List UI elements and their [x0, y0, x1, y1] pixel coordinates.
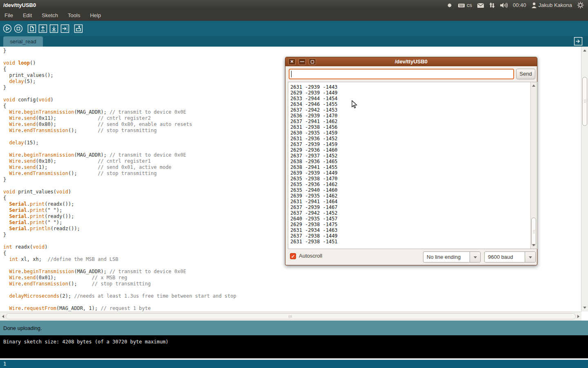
build-console: Binary sketch size: 4208 bytes (of a 307… — [0, 335, 588, 359]
menu-tools[interactable]: Tools — [63, 10, 85, 21]
scroll-up-arrow-icon[interactable] — [532, 85, 535, 87]
serial-monitor-footer: ✓ Autoscroll No line ending 9600 baud — [285, 251, 537, 263]
console-output: Binary sketch size: 4208 bytes (of a 307… — [3, 339, 169, 345]
code-line: Wire.beginTransmission(MAG_ADDR); // tra… — [3, 269, 581, 275]
editor-vscrollbar[interactable] — [581, 47, 588, 312]
mail-indicator-icon[interactable] — [477, 2, 484, 8]
minimize-icon[interactable]: — — [298, 58, 306, 65]
menubar: FileEditSketchToolsHelp — [0, 10, 588, 21]
mouse-cursor-icon — [352, 100, 358, 110]
code-line: } — [3, 48, 581, 54]
editor-hscroll-thumb[interactable] — [6, 313, 576, 319]
clock-text: 00:40 — [513, 2, 526, 8]
user-indicator[interactable]: Jakub Kakona — [531, 2, 572, 9]
code-line: Wire.endTransmission(); // stop transmit… — [3, 281, 581, 287]
text-caret — [291, 71, 292, 77]
open-sketch-button[interactable] — [38, 24, 47, 33]
editor-hscrollbar[interactable] — [0, 312, 581, 321]
line-ending-value: No line ending — [427, 252, 461, 262]
code-line: Wire.send(0x01); // x MSB reg — [3, 275, 581, 281]
status-message: Done uploading. — [3, 325, 42, 331]
code-line — [3, 299, 581, 305]
status-bar: Done uploading. — [0, 321, 588, 335]
serial-output-scrollbar[interactable] — [530, 82, 537, 249]
stop-button[interactable] — [14, 24, 23, 33]
tab-serial-read[interactable]: serial_read — [3, 36, 43, 47]
line-number-strip: 1 — [0, 360, 588, 368]
tabbar: serial_read — [0, 36, 588, 47]
serial-monitor-titlebar[interactable]: ✕ — ▢ /dev/ttyUSB0 — [285, 57, 537, 66]
serial-output-area[interactable]: 2631 -2939 -1443 2629 -2939 -1449 2633 -… — [288, 82, 537, 249]
pinwheel-indicator-icon[interactable] — [446, 2, 453, 9]
serial-monitor-window: ✕ — ▢ /dev/ttyUSB0 Send 2631 -2939 -1443… — [285, 57, 537, 265]
autoscroll-checkbox[interactable]: ✓ — [290, 253, 296, 259]
chevron-down-icon[interactable] — [525, 252, 535, 262]
menu-sketch[interactable]: Sketch — [37, 10, 63, 21]
serial-send-input[interactable] — [289, 69, 514, 79]
scroll-down-arrow-icon[interactable] — [583, 307, 586, 309]
tab-menu-button[interactable] — [574, 37, 583, 46]
network-updown-icon[interactable] — [489, 2, 495, 9]
code-line: delayMicroseconds(2); //needs at least 1… — [3, 293, 581, 299]
menu-help[interactable]: Help — [85, 10, 106, 21]
serial-monitor-button[interactable] — [74, 24, 83, 33]
code-line — [3, 287, 581, 293]
serial-scroll-thumb[interactable] — [531, 218, 536, 246]
code-line: Wire.requestFrom(MAG_ADDR, 1); // reques… — [3, 305, 581, 312]
close-icon[interactable]: ✕ — [288, 58, 296, 65]
menu-file[interactable]: File — [4, 10, 18, 21]
menu-edit[interactable]: Edit — [18, 10, 37, 21]
serial-monitor-title: /dev/ttyUSB0 — [285, 57, 537, 66]
volume-indicator-icon[interactable] — [500, 2, 508, 9]
send-button[interactable]: Send — [516, 69, 535, 79]
save-sketch-button[interactable] — [49, 24, 58, 33]
line-ending-dropdown[interactable]: No line ending — [423, 251, 481, 263]
verify-button[interactable] — [3, 24, 12, 33]
autoscroll-label: Autoscroll — [299, 253, 322, 259]
new-sketch-button[interactable] — [27, 24, 36, 33]
editor-vscroll-thumb[interactable] — [582, 77, 587, 126]
chevron-down-icon[interactable] — [470, 252, 480, 262]
system-tray: cs 00:40 Jakub Kakona — [446, 2, 588, 9]
baud-rate-value: 9600 baud — [488, 252, 513, 262]
keyboard-layout-code: cs — [467, 2, 472, 8]
maximize-icon[interactable]: ▢ — [309, 58, 316, 65]
scroll-up-arrow-icon[interactable] — [583, 49, 586, 52]
session-gear-icon[interactable] — [577, 2, 584, 9]
scroll-down-arrow-icon[interactable] — [532, 244, 535, 246]
serial-output-text: 2631 -2939 -1443 2629 -2939 -1449 2633 -… — [288, 82, 537, 245]
clock-indicator[interactable]: 00:40 — [513, 2, 526, 8]
line-number: 1 — [3, 361, 6, 367]
toolbar — [0, 21, 588, 36]
scroll-right-arrow-icon[interactable] — [577, 315, 579, 318]
window-title: /dev/ttyUSB0 — [0, 2, 36, 8]
username-text: Jakub Kakona — [539, 2, 572, 8]
scroll-left-arrow-icon[interactable] — [2, 315, 4, 318]
keyboard-layout-indicator[interactable]: cs — [458, 2, 472, 9]
baud-rate-dropdown[interactable]: 9600 baud — [484, 251, 536, 263]
upload-button[interactable] — [60, 24, 69, 33]
top-panel: /dev/ttyUSB0 cs 00:40 Jakub Kakona — [0, 0, 588, 10]
